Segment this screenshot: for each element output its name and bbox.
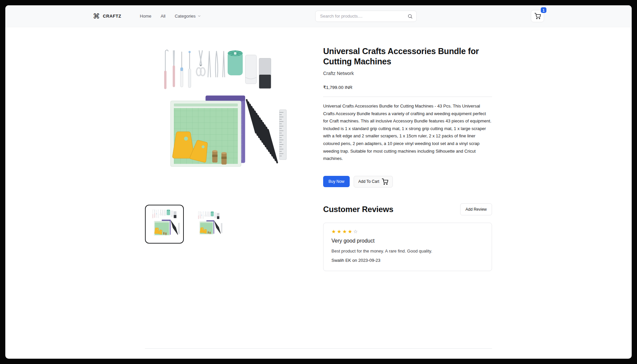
- buy-now-button[interactable]: Buy Now: [323, 176, 350, 187]
- star-icon: ★: [337, 229, 342, 234]
- product-price: ₹1,799.00 INR: [323, 85, 492, 90]
- footer-divider: [145, 348, 492, 349]
- star-icon: ★: [331, 229, 337, 234]
- add-review-button[interactable]: Add Review: [460, 203, 492, 215]
- nav-home[interactable]: Home: [140, 14, 152, 19]
- review-card: ★★★★☆ Very good product Best product for…: [323, 223, 492, 271]
- star-icon: ★: [348, 229, 353, 234]
- product-details: Universal Crafts Accessories Bundle for …: [323, 45, 492, 271]
- page: ⌘ CRAFTZ Home All Categories: [5, 5, 632, 359]
- window-frame: ⌘ CRAFTZ Home All Categories: [0, 0, 637, 364]
- search-icon[interactable]: [407, 14, 413, 19]
- product-title: Universal Crafts Accessories Bundle for …: [323, 46, 492, 67]
- divider: [323, 97, 492, 97]
- cart-icon: [382, 179, 388, 185]
- product-description: Universal Crafts Accessories Bundle for …: [323, 103, 492, 163]
- review-meta: Swalih EK on 2023-09-23: [331, 258, 484, 263]
- product-gallery: [145, 45, 289, 271]
- nav-categories-label: Categories: [175, 14, 196, 19]
- product-image: [145, 45, 289, 185]
- cart-button[interactable]: 1: [531, 10, 544, 22]
- search-box: [315, 11, 417, 22]
- cart-icon: [534, 13, 541, 19]
- product-vendor: Craftz Network: [323, 71, 492, 76]
- thumbnail-list: [145, 205, 289, 244]
- main-nav: Home All Categories: [140, 14, 201, 19]
- review-body: Best product for the money. A rare find.…: [331, 249, 484, 254]
- product-thumbnail-1[interactable]: [145, 205, 184, 244]
- search-input[interactable]: [315, 11, 417, 22]
- reviews-header: Customer Reviews Add Review: [323, 203, 492, 215]
- nav-home-label: Home: [140, 14, 152, 19]
- brand[interactable]: ⌘ CRAFTZ: [93, 13, 121, 20]
- star-rating: ★★★★☆: [331, 229, 484, 234]
- header: ⌘ CRAFTZ Home All Categories: [5, 5, 632, 27]
- review-title: Very good product: [331, 238, 484, 244]
- nav-categories[interactable]: Categories: [175, 14, 201, 19]
- brand-logo-icon: ⌘: [93, 13, 100, 20]
- star-icon: ★: [342, 229, 348, 234]
- purchase-actions: Buy Now Add To Cart: [323, 176, 492, 187]
- cart-badge: 1: [541, 7, 546, 13]
- add-to-cart-label: Add To Cart: [358, 179, 379, 184]
- reviews-heading: Customer Reviews: [323, 205, 393, 214]
- product-thumbnail-2[interactable]: [192, 208, 225, 241]
- nav-all-label: All: [161, 14, 165, 19]
- star-icon: ☆: [353, 229, 359, 234]
- product-page: Universal Crafts Accessories Bundle for …: [145, 45, 492, 271]
- chevron-down-icon: [197, 14, 201, 18]
- add-to-cart-button[interactable]: Add To Cart: [354, 176, 393, 187]
- nav-all[interactable]: All: [161, 14, 165, 19]
- brand-name: CRAFTZ: [103, 14, 121, 19]
